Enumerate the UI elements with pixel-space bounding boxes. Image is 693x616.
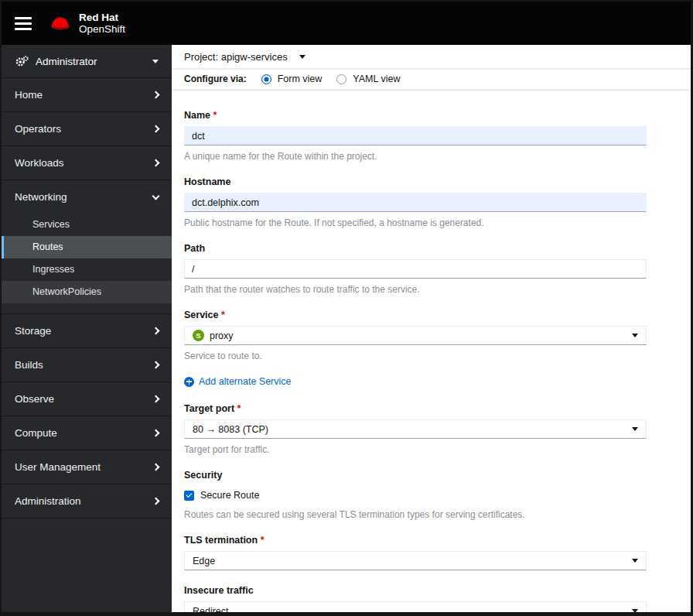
path-input[interactable] [184,259,647,279]
project-selector[interactable]: Project: apigw-services [184,51,306,63]
secure-route-label: Secure Route [200,490,259,501]
sidebar-item-networkpolicies[interactable]: NetworkPolicies [2,281,172,303]
project-bar: Project: apigw-services [172,45,691,69]
nav-toggle-button[interactable] [15,17,32,30]
insecure-traffic-field-group: Insecure traffic Redirect Policy for tra… [184,585,647,612]
brand-text: Red Hat OpenShift [79,12,125,35]
insecure-traffic-select[interactable]: Redirect [184,601,647,612]
nav-label: Storage [15,325,51,337]
name-helper-text: A unique name for the Route within the p… [184,151,647,162]
chevron-right-icon [152,327,160,335]
sidebar-item-home[interactable]: Home [2,78,172,111]
sidebar-item-user-management[interactable]: User Management [2,450,172,484]
hostname-input[interactable] [184,193,647,212]
nav-label: Workloads [15,157,64,169]
brand: Red Hat OpenShift [48,12,125,35]
hostname-label: Hostname [184,176,647,187]
sidebar-item-storage[interactable]: Storage [2,314,172,347]
sidebar-item-services[interactable]: Services [2,214,172,236]
radio-yaml-view-label: YAML view [353,74,400,84]
name-label: Name [184,110,647,121]
service-badge-icon: S [193,330,204,341]
target-port-field-group: Target port 80 → 8083 (TCP) Target port … [184,403,647,455]
radio-unchecked-icon [336,74,346,84]
add-alternate-service-label: Add alternate Service [199,376,292,387]
radio-yaml-view[interactable]: YAML view [336,74,400,84]
service-label: Service [184,310,647,320]
nav-label: User Management [15,461,101,473]
insecure-traffic-label: Insecure traffic [184,585,647,596]
sidebar-item-compute[interactable]: Compute [2,416,172,450]
project-label: Project: apigw-services [184,51,288,63]
brand-line2: OpenShift [79,23,125,35]
checkbox-checked-icon [184,491,194,501]
target-port-select[interactable]: 80 → 8083 (TCP) [184,419,647,439]
chevron-right-icon [152,125,160,133]
chevron-right-icon [152,464,160,471]
nav-list: Home Operators Workloads [2,78,172,518]
chevron-right-icon [152,395,160,403]
hostname-helper-text: Public hostname for the Route. If not sp… [184,217,647,228]
sidebar-item-ingresses[interactable]: Ingresses [2,258,172,281]
nav-label: Home [15,89,43,101]
insecure-traffic-select-value: Redirect [193,606,229,613]
security-section-label: Security [184,470,678,481]
path-label: Path [184,243,647,254]
nav-label: Operators [15,123,61,135]
redhat-fedora-logo-icon [48,14,73,33]
perspective-label: Administrator [36,56,97,67]
nav-label: Observe [15,393,54,405]
caret-down-icon [632,559,638,563]
caret-down-icon [152,60,159,63]
sidebar-item-networking[interactable]: Networking [2,180,172,214]
perspective-switcher[interactable]: Administrator [2,45,172,78]
target-port-label: Target port [184,403,647,414]
route-form: Name A unique name for the Route within … [172,89,691,612]
sidebar-nav: Administrator Home Operators [2,45,172,612]
configure-via-bar: Configure via: Form view YAML view [172,69,691,89]
radio-form-view-label: Form view [278,74,323,84]
radio-form-view[interactable]: Form view [261,74,323,84]
nav-label: Builds [15,359,43,371]
hostname-field-group: Hostname Public hostname for the Route. … [184,176,647,228]
chevron-down-icon [152,192,160,200]
service-select-value: proxy [210,330,234,341]
caret-down-icon [632,427,638,431]
add-alternate-service-link[interactable]: Add alternate Service [184,376,292,387]
tls-termination-select[interactable]: Edge [184,551,647,570]
sidebar-item-workloads[interactable]: Workloads [2,146,172,180]
tls-termination-select-value: Edge [193,556,215,566]
tls-termination-field-group: TLS termination Edge [184,535,647,570]
security-section: Security Secure Route Routes can be secu… [184,470,678,520]
nav-label: Networking [15,191,67,203]
target-port-select-value: 80 → 8083 (TCP) [193,424,268,435]
sidebar-item-builds[interactable]: Builds [2,348,172,382]
nav-label: Compute [15,427,57,439]
service-select[interactable]: S proxy [184,326,647,345]
caret-down-icon [632,334,638,337]
chevron-right-icon [152,429,160,437]
hamburger-icon [15,17,32,30]
name-input[interactable] [184,126,647,145]
chevron-right-icon [152,361,160,369]
sidebar-item-administration[interactable]: Administration [2,484,172,518]
brand-line1: Red Hat [79,12,125,23]
caret-down-icon [299,55,306,59]
gears-icon [15,56,29,67]
chevron-right-icon [152,159,160,167]
path-field-group: Path Path that the router watches to rou… [184,243,647,295]
app-body: Administrator Home Operators [2,45,691,612]
service-helper-text: Service to route to. [184,351,647,361]
sidebar-item-routes[interactable]: Routes [2,236,172,258]
path-helper-text: Path that the router watches to route tr… [184,284,647,295]
chevron-right-icon [152,498,160,505]
secure-route-checkbox-row[interactable]: Secure Route [184,490,678,501]
chevron-right-icon [152,91,160,99]
sidebar-item-observe[interactable]: Observe [2,382,172,416]
security-description: Routes can be secured using several TLS … [184,509,678,520]
sidebar-item-operators[interactable]: Operators [2,112,172,145]
radio-checked-icon [261,74,271,84]
masthead: Red Hat OpenShift [2,2,691,45]
service-field-group: Service S proxy Service to route to. [184,310,647,361]
plus-circle-icon [184,377,194,387]
